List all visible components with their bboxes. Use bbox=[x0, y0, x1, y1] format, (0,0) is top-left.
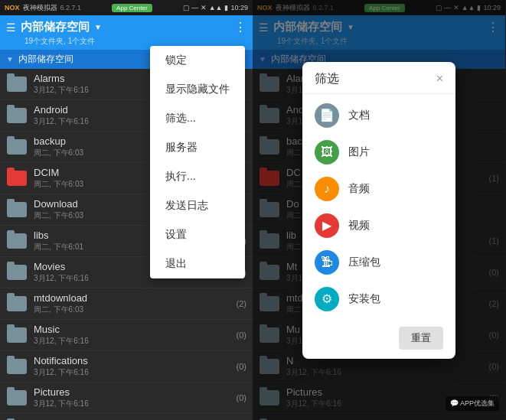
header-left: ☰ 内部储存空间 ▼ ⋮ 19个文件夹, 1个文件 bbox=[0, 15, 253, 50]
dropdown-item[interactable]: 显示隐藏文件 bbox=[150, 75, 245, 104]
folder-icon bbox=[6, 230, 28, 252]
filter-option-icon: ♪ bbox=[315, 177, 339, 201]
filter-option-icon: 📄 bbox=[315, 103, 339, 128]
dropdown-item[interactable]: 执行... bbox=[150, 162, 245, 191]
status-bar-left: NOX 夜神模拟器 6.2.7.1 App Center ▢ — ✕ ▲▲ ▮ … bbox=[0, 0, 253, 15]
folder-icon bbox=[6, 73, 28, 95]
header-title-left: 内部储存空间 bbox=[21, 20, 90, 34]
filter-option[interactable]: ⚙安装包 bbox=[302, 281, 455, 317]
hamburger-menu-left[interactable]: ☰ bbox=[6, 21, 16, 34]
file-count: (0) bbox=[237, 393, 246, 402]
file-name: Music bbox=[34, 324, 233, 335]
file-count: (0) bbox=[237, 330, 246, 340]
filter-option-icon: ⚙ bbox=[315, 287, 339, 311]
dropdown-item[interactable]: 筛选... bbox=[150, 104, 245, 133]
nox-logo: NOX bbox=[5, 4, 20, 11]
filter-header: 筛选 × bbox=[302, 62, 455, 94]
status-left: NOX 夜神模拟器 6.2.7.1 bbox=[5, 3, 81, 13]
dropdown-menu: 锁定显示隐藏文件筛选...服务器执行...发送日志设置退出 bbox=[150, 46, 245, 278]
file-date: 3月12, 下午6:16 bbox=[34, 399, 233, 409]
folder-icon bbox=[6, 136, 28, 158]
file-count: (2) bbox=[237, 299, 246, 308]
file-info: Music3月12, 下午6:16 bbox=[34, 324, 233, 347]
header-subtitle-left: 19个文件夹, 1个文件 bbox=[24, 36, 246, 47]
filter-option-label: 音频 bbox=[348, 182, 370, 196]
filter-option-label: 压缩包 bbox=[348, 256, 380, 269]
list-item[interactable]: Podcasts3月12, 下午6:16 bbox=[0, 414, 253, 420]
filter-options: 📄文档🖼图片♪音频▶视频🗜压缩包⚙安装包 bbox=[302, 94, 455, 321]
list-item[interactable]: Pictures3月12, 下午6:16(0) bbox=[0, 383, 253, 414]
file-count: (0) bbox=[237, 362, 246, 371]
battery-icon-left: ▮ bbox=[224, 4, 228, 11]
file-info: Pictures3月12, 下午6:16 bbox=[34, 386, 233, 409]
file-name: Pictures bbox=[34, 386, 233, 398]
filter-dialog: 筛选 × 📄文档🖼图片♪音频▶视频🗜压缩包⚙安装包 重置 bbox=[302, 62, 455, 359]
app-center-left[interactable]: App Center bbox=[112, 4, 152, 12]
app-name-left: 夜神模拟器 bbox=[23, 3, 57, 13]
filter-option-icon: ▶ bbox=[315, 213, 339, 238]
filter-option-label: 安装包 bbox=[348, 292, 380, 306]
file-info: Notifications3月12, 下午6:16 bbox=[34, 355, 233, 378]
filter-footer: 重置 bbox=[302, 321, 455, 359]
dropdown-item[interactable]: 发送日志 bbox=[150, 191, 245, 220]
wechat-icon: 💬 bbox=[450, 399, 460, 407]
dropdown-item[interactable]: 服务器 bbox=[150, 133, 245, 162]
folder-icon bbox=[6, 199, 28, 220]
dropdown-item[interactable]: 设置 bbox=[150, 220, 245, 249]
filter-option[interactable]: 🖼图片 bbox=[302, 134, 455, 171]
right-panel: NOX 夜神模拟器 6.2.7.1 App Center ▢ — ✕ ▲▲ ▮ … bbox=[253, 0, 505, 420]
file-date: 周二, 下午6:03 bbox=[34, 304, 233, 315]
breadcrumb-text-left[interactable]: 内部储存空间 bbox=[18, 53, 73, 66]
file-info: mtdownload周二, 下午6:03 bbox=[34, 292, 233, 315]
list-item[interactable]: Notifications3月12, 下午6:16(0) bbox=[0, 351, 253, 383]
time-left: 10:29 bbox=[230, 4, 248, 11]
left-panel: NOX 夜神模拟器 6.2.7.1 App Center ▢ — ✕ ▲▲ ▮ … bbox=[0, 0, 253, 420]
watermark-text: APP优选集 bbox=[460, 399, 495, 407]
filter-option[interactable]: 📄文档 bbox=[302, 97, 455, 134]
app-version-left: 6.2.7.1 bbox=[60, 4, 82, 11]
list-item[interactable]: mtdownload周二, 下午6:03(2) bbox=[0, 288, 253, 320]
more-button-left[interactable]: ⋮ bbox=[234, 20, 246, 34]
status-right-left: ▢ — ✕ ▲▲ ▮ 10:29 bbox=[183, 4, 248, 11]
file-name: mtdownload bbox=[34, 292, 233, 304]
wifi-icon-left: ▲▲ bbox=[209, 4, 223, 11]
filter-option-label: 视频 bbox=[348, 219, 370, 233]
wechat-watermark: 💬 APP优选集 bbox=[446, 396, 499, 411]
folder-icon bbox=[6, 293, 28, 314]
dropdown-item[interactable]: 退出 bbox=[150, 249, 245, 278]
reset-button[interactable]: 重置 bbox=[399, 327, 443, 350]
filter-title: 筛选 bbox=[315, 71, 339, 87]
folder-icon bbox=[6, 168, 28, 189]
list-item[interactable]: Music3月12, 下午6:16(0) bbox=[0, 320, 253, 351]
filter-option-label: 图片 bbox=[348, 145, 370, 159]
dropdown-item[interactable]: 锁定 bbox=[150, 46, 245, 75]
header-top-left: ☰ 内部储存空间 ▼ ⋮ bbox=[6, 20, 246, 34]
header-arrow-left[interactable]: ▼ bbox=[94, 23, 102, 31]
filter-option-icon: 🗜 bbox=[315, 250, 339, 275]
folder-icon bbox=[6, 356, 28, 377]
window-controls-left: ▢ — ✕ bbox=[183, 4, 207, 11]
header-title-row-left: ☰ 内部储存空间 ▼ bbox=[6, 20, 102, 34]
folder-icon bbox=[6, 324, 28, 346]
file-name: Notifications bbox=[34, 355, 233, 366]
filter-option[interactable]: ▶视频 bbox=[302, 207, 455, 244]
folder-icon bbox=[6, 105, 28, 126]
filter-close-button[interactable]: × bbox=[436, 72, 443, 86]
file-date: 3月12, 下午6:16 bbox=[34, 336, 233, 347]
folder-icon bbox=[6, 387, 28, 409]
filter-option-label: 文档 bbox=[348, 109, 370, 122]
folder-icon bbox=[6, 262, 28, 283]
file-date: 3月12, 下午6:16 bbox=[34, 367, 233, 378]
filter-option-icon: 🖼 bbox=[315, 140, 339, 164]
breadcrumb-arrow-left: ▼ bbox=[6, 55, 14, 63]
filter-option[interactable]: 🗜压缩包 bbox=[302, 244, 455, 281]
filter-option[interactable]: ♪音频 bbox=[302, 171, 455, 207]
